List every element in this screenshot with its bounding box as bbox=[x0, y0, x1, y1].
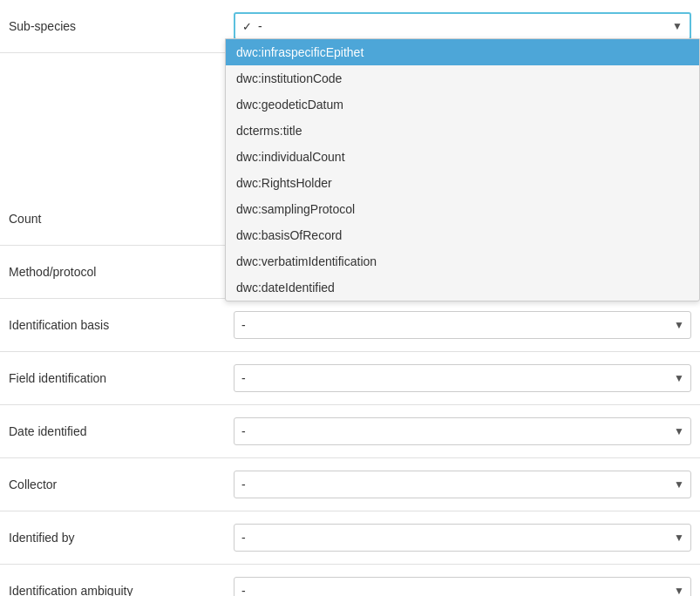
dropdown-item-infraspecificepithet[interactable]: dwc:infraspecificEpithet bbox=[226, 39, 699, 65]
count-label: Count bbox=[9, 212, 234, 226]
date-identified-select[interactable]: - bbox=[234, 417, 691, 445]
identification-basis-select-wrapper: - ▼ bbox=[234, 311, 691, 339]
identification-basis-row: Identification basis - ▼ bbox=[0, 299, 700, 352]
sub-species-label: Sub-species bbox=[9, 19, 234, 33]
dropdown-item-institutioncode[interactable]: dwc:institutionCode bbox=[226, 65, 699, 91]
identified-by-select-wrapper: - ▼ bbox=[234, 524, 691, 552]
collector-select[interactable]: - bbox=[234, 471, 691, 498]
identified-by-select[interactable]: - bbox=[234, 524, 691, 552]
date-identified-label: Date identified bbox=[9, 424, 234, 438]
dropdown-item-rightsholder[interactable]: dwc:RightsHolder bbox=[226, 170, 699, 196]
sub-species-select[interactable]: ✓ - ▼ bbox=[234, 12, 691, 40]
identified-by-row: Identified by - ▼ bbox=[0, 511, 700, 565]
sub-species-row: Sub-species ✓ - ▼ dwc:infraspecificEpith… bbox=[0, 0, 700, 53]
field-identification-select-wrapper: - ▼ bbox=[234, 364, 691, 392]
checkmark-icon: ✓ bbox=[242, 20, 258, 33]
collector-select-wrapper: - ▼ bbox=[234, 471, 691, 498]
field-identification-row: Field identification - ▼ bbox=[0, 352, 700, 405]
field-identification-label: Field identification bbox=[9, 371, 234, 385]
method-protocol-label: Method/protocol bbox=[9, 265, 234, 279]
dropdown-item-dateidentified[interactable]: dwc:dateIdentified bbox=[226, 274, 699, 301]
dropdown-item-samplingprotocol[interactable]: dwc:samplingProtocol bbox=[226, 196, 699, 222]
sub-species-selected-value: - bbox=[258, 19, 262, 33]
identification-ambiguity-label: Identification ambiguity bbox=[9, 584, 234, 596]
dropdown-item-verbatimidentification[interactable]: dwc:verbatimIdentification bbox=[226, 248, 699, 274]
date-identified-select-wrapper: - ▼ bbox=[234, 417, 691, 445]
date-identified-row: Date identified - ▼ bbox=[0, 405, 700, 458]
dropdown-item-title[interactable]: dcterms:title bbox=[226, 118, 699, 144]
identified-by-label: Identified by bbox=[9, 531, 234, 545]
sub-species-dropdown-menu: dwc:infraspecificEpithet dwc:institution… bbox=[225, 38, 700, 301]
identification-ambiguity-row: Identification ambiguity - ▼ bbox=[0, 565, 700, 596]
dropdown-item-basisofrecord[interactable]: dwc:basisOfRecord bbox=[226, 222, 699, 248]
dropdown-item-geodeticdatum[interactable]: dwc:geodeticDatum bbox=[226, 91, 699, 118]
identification-basis-select[interactable]: - bbox=[234, 311, 691, 339]
sub-species-chevron-icon: ▼ bbox=[672, 20, 683, 32]
sub-species-select-wrapper: ✓ - ▼ bbox=[234, 12, 691, 40]
collector-label: Collector bbox=[9, 477, 234, 491]
dropdown-item-individualcount[interactable]: dwc:individualCount bbox=[226, 144, 699, 170]
identification-ambiguity-select[interactable]: - bbox=[234, 577, 691, 596]
field-identification-select[interactable]: - bbox=[234, 364, 691, 392]
form-container: Sub-species ✓ - ▼ dwc:infraspecificEpith… bbox=[0, 0, 700, 596]
identification-basis-label: Identification basis bbox=[9, 318, 234, 332]
identification-ambiguity-select-wrapper: - ▼ bbox=[234, 577, 691, 596]
collector-row: Collector - ▼ bbox=[0, 458, 700, 511]
